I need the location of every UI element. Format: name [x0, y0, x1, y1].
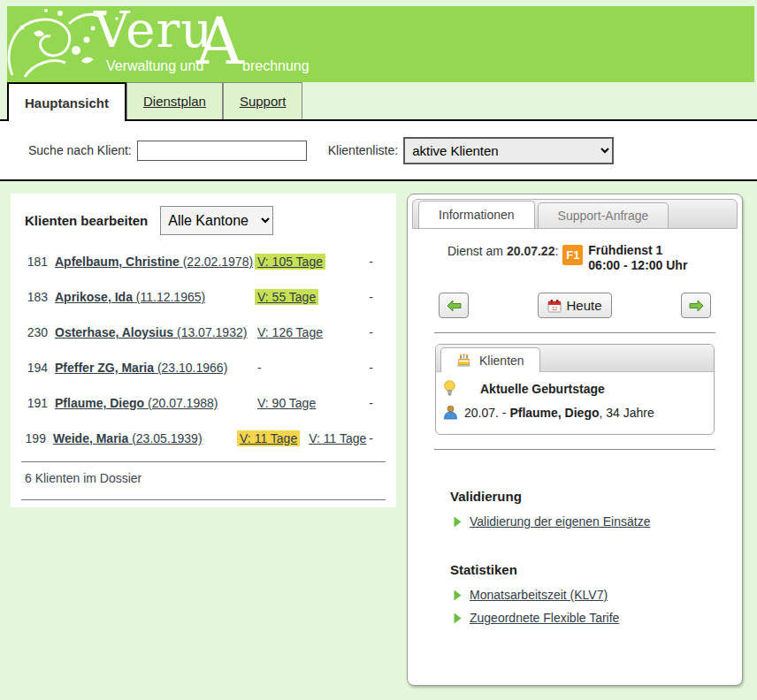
statistiken-heading: Statistiken [450, 562, 738, 577]
info-panel-tab-support-anfrage[interactable]: Support-Anfrage [538, 202, 669, 228]
row-dash: - [369, 290, 373, 304]
section-link[interactable]: Monatsarbeitszeit (KLV7) [470, 588, 608, 602]
shift-time: 06:00 - 12:00 Uhr [588, 258, 687, 272]
green-triangle-icon [454, 612, 462, 624]
main-content: Klienten bearbeiten Alle Kantone 181 Apf… [0, 181, 757, 686]
client-id: 191 [25, 396, 48, 410]
row-dash: - [369, 255, 373, 269]
vacation-days-link[interactable]: V: 55 Tage [255, 289, 318, 305]
client-row: 191 Pflaume, Diego (20.07.1988) V: 90 Ta… [25, 385, 386, 421]
vacation-days-link[interactable]: V: 105 Tage [255, 254, 325, 270]
nav-tab-support[interactable]: Support [223, 82, 303, 119]
row-dash: - [369, 361, 373, 375]
info-panel: InformationenSupport-Anfrage Dienst am 2… [407, 194, 743, 686]
lightbulb-icon [443, 380, 456, 397]
section-link-row: Validierung der eigenen Einsätze [454, 514, 738, 529]
klienten-box: Klienten Aktuelle Geburtstage [435, 344, 715, 435]
row-dash: - [369, 396, 373, 410]
birthdays-heading: Aktuelle Geburtstage [480, 382, 605, 396]
client-name-link[interactable]: Apfelbaum, Christine (22.02.1978) [55, 255, 255, 269]
divider [21, 499, 386, 500]
person-icon [443, 405, 458, 420]
klienten-box-tab[interactable]: Klienten [440, 347, 540, 372]
green-triangle-icon [454, 516, 462, 528]
info-panel-tab-informationen[interactable]: Informationen [418, 201, 535, 228]
date-navigation: 12 Heute [439, 293, 711, 318]
next-day-button[interactable] [681, 293, 711, 318]
green-triangle-icon [454, 590, 462, 601]
client-row: 181 Apfelbaum, Christine (22.02.1978) V:… [25, 244, 386, 279]
row-dash: - [369, 325, 373, 339]
shift-badge: F1 [562, 245, 583, 265]
birthday-age: , 34 Jahre [600, 406, 654, 420]
today-button[interactable]: 12 Heute [538, 293, 611, 318]
validierung-section: Validierung Validierung der eigenen Eins… [450, 489, 738, 529]
prev-day-button[interactable] [439, 293, 469, 318]
dienst-label: Dienst am [447, 244, 507, 258]
info-panel-tabs: InformationenSupport-Anfrage [412, 199, 738, 229]
arrow-left-icon [447, 300, 462, 312]
nav-tab-dienstplan[interactable]: Dienstplan [126, 82, 223, 119]
clients-panel: Klienten bearbeiten Alle Kantone 181 Apf… [11, 194, 396, 507]
statistiken-section: Statistiken Monatsarbeitszeit (KLV7) Zug… [450, 562, 738, 625]
section-link[interactable]: Validierung der eigenen Einsätze [470, 514, 650, 529]
shift-name: Frühdienst 1 [588, 243, 662, 257]
vacation-days-link[interactable]: V: 11 Tage [237, 430, 300, 446]
dienst-info: Dienst am 20.07.22: F1 Frühdienst 1 06:0… [447, 243, 738, 273]
app-header: Veru A Verwaltung und brechnung [7, 6, 754, 82]
client-id: 194 [25, 361, 48, 375]
dienst-date: 20.07.22 [507, 244, 555, 258]
client-id: 181 [25, 255, 48, 269]
klienten-box-tab-label: Klienten [479, 354, 524, 368]
section-link[interactable]: Zugeordnete Flexible Tarife [470, 611, 619, 625]
today-button-label: Heute [566, 298, 601, 313]
client-row: 194 Pfeffer ZG, Maria (23.10.1966) - - [25, 350, 386, 385]
client-name-link[interactable]: Pflaume, Diego (20.07.1988) [55, 396, 255, 410]
vacation-days-link-2[interactable]: V: 11 Tage [306, 430, 369, 446]
client-name-link[interactable]: Pfeffer ZG, Maria (23.10.1966) [55, 361, 255, 375]
vacation-days-link[interactable]: - [255, 360, 264, 376]
client-name-link[interactable]: Weide, Maria (23.05.1939) [53, 431, 237, 445]
client-id: 230 [25, 325, 48, 339]
vacation-days-link[interactable]: V: 90 Tage [255, 395, 318, 411]
arrow-right-icon [689, 300, 704, 312]
section-link-row: Monatsarbeitszeit (KLV7) [454, 588, 738, 602]
section-link-row: Zugeordnete Flexible Tarife [454, 611, 738, 625]
client-row: 230 Osterhase, Aloysius (13.07.1932) V: … [25, 315, 386, 350]
birthday-cake-icon [456, 354, 471, 368]
client-search-input[interactable] [137, 141, 307, 161]
birthday-date: 20.07. - [464, 406, 509, 420]
client-id: 183 [25, 290, 48, 304]
divider [434, 332, 715, 333]
search-label: Suche nach Klient: [28, 143, 132, 157]
app-logo: Veru A Verwaltung und brechnung [94, 8, 359, 82]
validierung-heading: Validierung [450, 489, 738, 504]
clientlist-select[interactable]: aktive Klienten [403, 137, 614, 164]
search-band: Suche nach Klient: Klientenliste: aktive… [0, 119, 757, 181]
client-list: 181 Apfelbaum, Christine (22.02.1978) V:… [25, 244, 386, 456]
client-id: 199 [25, 431, 46, 445]
clients-panel-title: Klienten bearbeiten [25, 213, 148, 228]
nav-tab-hauptansicht[interactable]: Hauptansicht [7, 82, 126, 121]
clientlist-label: Klientenliste: [328, 143, 398, 157]
row-dash: - [369, 431, 373, 445]
client-row: 183 Aprikose, Ida (11.12.1965) V: 55 Tag… [25, 279, 386, 315]
divider [434, 449, 715, 450]
vacation-days-link[interactable]: V: 126 Tage [255, 324, 325, 340]
client-name-link[interactable]: Osterhase, Aloysius (13.07.1932) [55, 325, 255, 339]
client-row: 199 Weide, Maria (23.05.1939) V: 11 Tage… [25, 421, 386, 456]
client-name-link[interactable]: Aprikose, Ida (11.12.1965) [55, 290, 255, 304]
main-nav-tabs: HauptansichtDienstplanSupport [7, 82, 757, 119]
logo-text: Veru [94, 6, 213, 58]
svg-text:12: 12 [552, 306, 557, 311]
birthday-name: Pflaume, Diego [509, 406, 599, 420]
logo-tagline-right: brechnung [242, 58, 310, 74]
canton-filter-select[interactable]: Alle Kantone [160, 206, 273, 235]
client-count-text: 6 Klienten im Dossier [25, 462, 386, 494]
logo-tagline-left: Verwaltung und [106, 58, 203, 74]
calendar-icon: 12 [547, 299, 562, 313]
